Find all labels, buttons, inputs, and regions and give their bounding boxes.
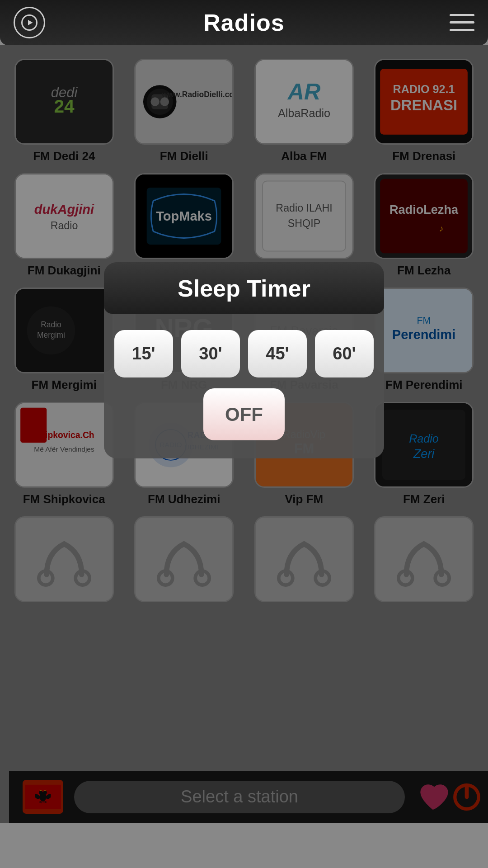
menu-button[interactable] [443,9,474,36]
sleep-timer-title: Sleep Timer [104,262,384,314]
timer-45-button[interactable]: 45' [248,330,307,377]
play-button[interactable] [14,7,45,38]
timer-off-button[interactable]: OFF [203,388,285,440]
app-header: Radios [0,0,488,45]
timer-15-button[interactable]: 15' [114,330,173,377]
play-icon [21,14,38,31]
main-content: dedi24FM Dedi 24www.RadioDielli.comFM Di… [0,45,488,823]
menu-line-3 [450,29,474,31]
timer-buttons-row: 15' 30' 45' 60' [114,330,374,377]
menu-line-2 [450,21,474,24]
sleep-timer-modal: Sleep Timer 15' 30' 45' 60' OFF [104,262,384,458]
svg-marker-1 [28,20,33,25]
timer-60-button[interactable]: 60' [315,330,374,377]
menu-line-1 [450,14,474,16]
timer-30-button[interactable]: 30' [181,330,240,377]
app-title: Radios [203,9,284,36]
